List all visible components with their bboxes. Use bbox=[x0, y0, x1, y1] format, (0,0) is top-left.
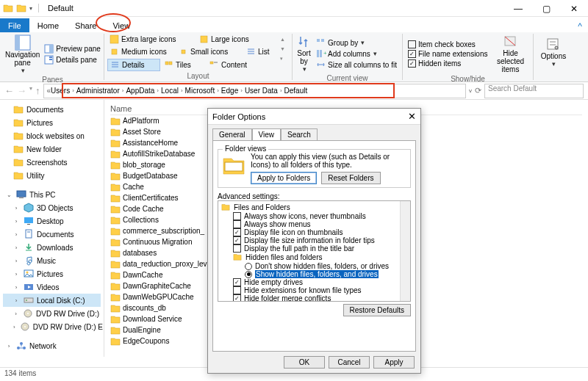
layout-scroll-down[interactable]: ▼ bbox=[280, 46, 289, 51]
layout-expand[interactable]: ▾ bbox=[280, 56, 289, 62]
radio[interactable] bbox=[245, 271, 252, 278]
ribbon-collapse-icon[interactable]: ^ bbox=[572, 21, 588, 32]
breadcrumb-seg[interactable]: Users bbox=[51, 87, 70, 95]
tab-general[interactable]: General bbox=[212, 128, 252, 140]
adv-item[interactable]: Hidden files and folders bbox=[220, 253, 409, 262]
group-by-button[interactable]: Group by▾ bbox=[314, 37, 399, 48]
nav-item[interactable]: block websites on bbox=[3, 129, 101, 142]
apply-button[interactable]: Apply bbox=[373, 356, 415, 369]
options-button[interactable]: Options▾ bbox=[537, 34, 570, 70]
nav-item[interactable]: ›Downloads bbox=[3, 241, 101, 254]
breadcrumb-seg[interactable]: Local bbox=[161, 87, 179, 95]
preview-pane-button[interactable]: Preview pane bbox=[42, 43, 103, 54]
menu-share[interactable]: Share bbox=[67, 18, 104, 32]
dialog-close-button[interactable]: ✕ bbox=[408, 111, 416, 122]
adv-item[interactable]: Show hidden files, folders, and drives bbox=[220, 270, 409, 278]
nav-item[interactable]: ›Videos bbox=[3, 280, 101, 294]
navpane-button[interactable]: Navigation pane▾ bbox=[4, 34, 40, 75]
layout-medium[interactable]: Medium icons bbox=[107, 46, 175, 57]
up-button[interactable]: ↑ bbox=[35, 85, 40, 96]
nav-item[interactable]: Documents bbox=[3, 103, 101, 116]
adv-item[interactable]: ✓Display file icon on thumbnails bbox=[220, 228, 409, 236]
checkbox[interactable]: ✓ bbox=[233, 294, 241, 302]
nav-item[interactable]: ›DVD RW Drive (D:) bbox=[3, 307, 101, 320]
minimize-button[interactable]: — bbox=[504, 0, 532, 17]
nav-item[interactable]: ›Documents bbox=[3, 228, 101, 241]
tab-view[interactable]: View bbox=[252, 128, 282, 140]
checkbox[interactable]: ✓ bbox=[233, 278, 241, 286]
size-columns-button[interactable]: Size all columns to fit bbox=[314, 59, 399, 70]
nav-item[interactable]: ›Desktop bbox=[3, 214, 101, 228]
nav-item[interactable]: ›3D Objects bbox=[3, 201, 101, 214]
checkbox[interactable] bbox=[233, 286, 241, 294]
menu-view[interactable]: View bbox=[104, 18, 138, 32]
menu-file[interactable]: File bbox=[0, 18, 29, 32]
nav-item[interactable]: Utility bbox=[3, 169, 101, 182]
breadcrumb-seg[interactable]: AppData bbox=[126, 87, 154, 95]
back-button[interactable]: ← bbox=[4, 85, 14, 96]
breadcrumb-seg[interactable]: Microsoft bbox=[185, 87, 215, 95]
checkbox[interactable]: ✓ bbox=[233, 236, 241, 244]
adv-item[interactable]: ✓Hide folder merge conflicts bbox=[220, 294, 409, 302]
recent-button[interactable]: ▾ bbox=[29, 85, 32, 96]
restore-defaults-button[interactable]: Restore Defaults bbox=[343, 304, 411, 316]
checkbox[interactable]: ✓ bbox=[233, 228, 241, 236]
forward-button[interactable]: → bbox=[17, 85, 26, 96]
nav-item[interactable]: ›Network bbox=[3, 339, 101, 352]
path-history-dropdown[interactable]: v bbox=[469, 87, 472, 94]
hide-items-button[interactable]: Hide selected items bbox=[492, 34, 530, 74]
layout-xlarge[interactable]: Extra large icons bbox=[107, 34, 196, 45]
adv-item[interactable]: Hide extensions for known file types bbox=[220, 286, 409, 294]
nav-item[interactable]: ⌄This PC bbox=[3, 188, 101, 201]
breadcrumb-seg[interactable]: Administrator bbox=[76, 87, 120, 95]
layout-details[interactable]: Details bbox=[107, 59, 160, 71]
breadcrumb-seg[interactable]: Edge bbox=[221, 87, 238, 95]
layout-small[interactable]: Small icons bbox=[176, 46, 243, 57]
apply-to-folders-button[interactable]: Apply to Folders bbox=[251, 172, 317, 184]
menu-home[interactable]: Home bbox=[29, 18, 67, 32]
checkbox[interactable] bbox=[233, 220, 241, 228]
breadcrumb[interactable]: «Users›Administrator›AppData›Local›Micro… bbox=[43, 84, 467, 98]
details-pane-button[interactable]: Details pane bbox=[42, 54, 103, 65]
nav-item[interactable]: Screenshots bbox=[3, 156, 101, 169]
adv-item[interactable]: ✓Display file size information in folder… bbox=[220, 236, 409, 244]
layout-large[interactable]: Large icons bbox=[197, 34, 256, 45]
adv-item[interactable]: Always show menus bbox=[220, 220, 409, 228]
checkbox[interactable] bbox=[233, 212, 241, 220]
close-button[interactable]: ✕ bbox=[560, 0, 588, 17]
file-extensions-toggle[interactable]: ✓File name extensions bbox=[406, 49, 490, 59]
nav-tree[interactable]: DocumentsPicturesblock websites onNew fo… bbox=[0, 100, 104, 357]
checkbox[interactable] bbox=[233, 244, 241, 253]
reset-folders-button[interactable]: Reset Folders bbox=[321, 172, 380, 184]
item-checkboxes-toggle[interactable]: Item check boxes bbox=[406, 40, 490, 49]
tab-search[interactable]: Search bbox=[281, 128, 318, 140]
refresh-button[interactable]: ⟳ bbox=[475, 86, 481, 95]
nav-item[interactable]: ›Music bbox=[3, 254, 101, 267]
add-columns-button[interactable]: +Add columns▾ bbox=[314, 48, 399, 59]
sort-by-button[interactable]: Sort by▾ bbox=[295, 34, 312, 73]
nav-item[interactable]: ›Pictures bbox=[3, 267, 101, 280]
nav-item[interactable]: Pictures bbox=[3, 116, 101, 129]
scrollbar[interactable] bbox=[400, 201, 410, 301]
qat-dropdown-icon[interactable]: ▾ bbox=[29, 5, 32, 12]
breadcrumb-seg[interactable]: User Data bbox=[245, 87, 278, 95]
adv-item[interactable]: ✓Hide empty drives bbox=[220, 278, 409, 286]
ok-button[interactable]: OK bbox=[284, 356, 325, 369]
layout-tiles[interactable]: Tiles bbox=[162, 59, 206, 71]
hidden-items-toggle[interactable]: ✓Hidden items bbox=[406, 59, 490, 68]
adv-item[interactable]: Display the full path in the title bar bbox=[220, 244, 409, 253]
search-input[interactable]: Search Default bbox=[484, 84, 584, 98]
breadcrumb-seg[interactable]: Default bbox=[284, 87, 308, 95]
advanced-settings-list[interactable]: Files and FoldersAlways show icons, neve… bbox=[218, 200, 411, 302]
adv-item[interactable]: Files and Folders bbox=[220, 203, 409, 212]
nav-item[interactable]: ›Local Disk (C:) bbox=[3, 294, 101, 307]
nav-item[interactable]: New folder bbox=[3, 142, 101, 156]
cancel-button[interactable]: Cancel bbox=[329, 356, 370, 369]
layout-scroll-up[interactable]: ▲ bbox=[280, 37, 289, 42]
radio[interactable] bbox=[245, 263, 252, 270]
adv-item[interactable]: Don't show hidden files, folders, or dri… bbox=[220, 262, 409, 270]
nav-item[interactable]: ›DVD RW Drive (D:) E bbox=[3, 320, 101, 333]
layout-content[interactable]: Content bbox=[207, 59, 262, 71]
adv-item[interactable]: Always show icons, never thumbnails bbox=[220, 212, 409, 220]
maximize-button[interactable]: ▢ bbox=[532, 0, 560, 17]
